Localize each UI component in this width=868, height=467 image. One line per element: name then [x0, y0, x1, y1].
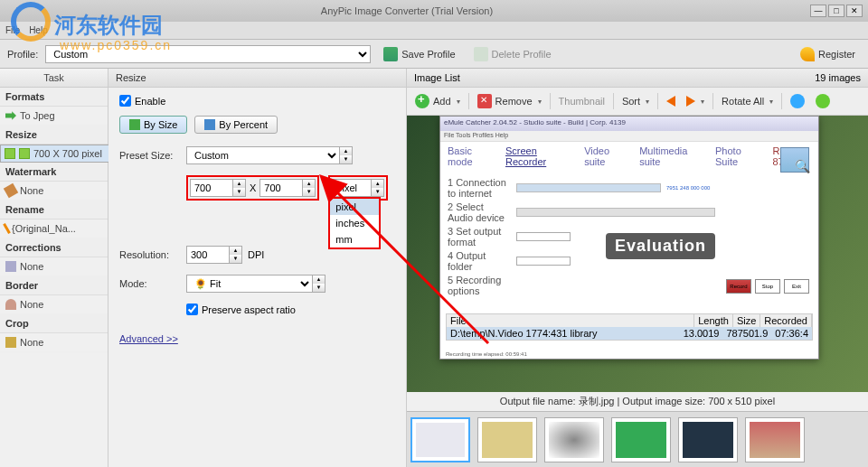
- sidebar-sec-watermark[interactable]: Watermark: [0, 163, 108, 182]
- search-icon: [780, 147, 809, 173]
- unit-highlight: ▲▼ pixel inches mm: [328, 175, 388, 201]
- preview-menu: File Tools Profiles Help: [440, 131, 818, 142]
- enable-checkbox[interactable]: [119, 95, 131, 107]
- resize-icon: [129, 119, 140, 130]
- sidebar-sec-formats[interactable]: Formats: [0, 88, 108, 107]
- preview-tabs: Basic mode Screen Recorder Video suite M…: [440, 142, 818, 171]
- sidebar-sec-resize[interactable]: Resize: [0, 126, 108, 145]
- enable-checkbox-row: Enable: [119, 95, 395, 107]
- add-button[interactable]: Add: [410, 91, 465, 111]
- grid-icon: [5, 261, 16, 272]
- resize-panel: Resize Enable By Size By Percent Preset …: [108, 69, 407, 467]
- preview-titlebar: eMule Catcher 2.04.52 - Studio suite - B…: [440, 117, 818, 131]
- minimize-button[interactable]: —: [810, 5, 826, 17]
- thumbnail-strip: [407, 411, 868, 467]
- disk-icon: [383, 47, 398, 61]
- menu-file[interactable]: File: [5, 25, 20, 35]
- resize-icon: [5, 148, 15, 159]
- unit-select[interactable]: [332, 179, 372, 197]
- sidebar-item-tojpeg[interactable]: To Jpeg: [0, 107, 108, 126]
- preview-area: eMule Catcher 2.04.52 - Studio suite - B…: [407, 116, 868, 392]
- sidebar-item-corrections[interactable]: None: [0, 257, 108, 276]
- pen-icon: [3, 223, 11, 234]
- sidebar-sec-border[interactable]: Border: [0, 276, 108, 295]
- app-title: AnyPic Image Converter (Trial Version): [5, 5, 808, 16]
- sidebar-sec-rename[interactable]: Rename: [0, 201, 108, 219]
- width-input[interactable]: [190, 179, 233, 197]
- mode-select[interactable]: 🌻 Fit: [186, 275, 313, 293]
- preserve-checkbox[interactable]: [186, 304, 198, 315]
- image-list-panel: Image List 19 images Add Remove Thumbnai…: [407, 69, 868, 467]
- sidebar-item-border[interactable]: None: [0, 295, 108, 314]
- unit-spinner[interactable]: ▲▼: [372, 179, 384, 197]
- prev-button[interactable]: [662, 93, 680, 109]
- redo-button[interactable]: [811, 91, 835, 111]
- preset-spinner[interactable]: ▲▼: [340, 146, 353, 164]
- thumb-1[interactable]: [410, 417, 470, 462]
- profile-label: Profile:: [7, 49, 38, 60]
- redo-icon: [816, 94, 830, 108]
- thumb-2[interactable]: [477, 417, 537, 462]
- register-button[interactable]: Register: [795, 45, 861, 63]
- by-size-button[interactable]: By Size: [119, 116, 187, 134]
- sidebar-sec-corrections[interactable]: Corrections: [0, 238, 108, 257]
- profile-bar: Profile: Custom Save Profile Delete Prof…: [0, 40, 868, 69]
- remove-button[interactable]: Remove: [473, 91, 546, 111]
- width-spinner[interactable]: ▲▼: [233, 179, 246, 197]
- preserve-label: Preserve aspect ratio: [202, 304, 296, 315]
- x-icon: [477, 94, 492, 108]
- close-button[interactable]: ✕: [846, 5, 863, 17]
- enable-label: Enable: [135, 96, 165, 107]
- menubar: File Help: [0, 22, 868, 40]
- save-profile-button[interactable]: Save Profile: [378, 45, 460, 63]
- height-input[interactable]: [259, 179, 303, 197]
- preset-label: Preset Size:: [119, 150, 181, 161]
- sidebar: Task Formats To Jpeg Resize 700 X 700 pi…: [0, 69, 108, 467]
- sidebar-sec-crop[interactable]: Crop: [0, 314, 108, 333]
- resolution-input[interactable]: [186, 246, 230, 264]
- brush-icon: [4, 183, 18, 198]
- x-label: X: [250, 182, 256, 193]
- arrow-icon: [5, 110, 16, 121]
- next-button[interactable]: [682, 93, 709, 109]
- profile-select[interactable]: Custom: [45, 45, 371, 63]
- titlebar: AnyPic Image Converter (Trial Version) —…: [0, 0, 868, 22]
- maximize-button[interactable]: □: [828, 5, 844, 17]
- resolution-spinner[interactable]: ▲▼: [230, 246, 242, 264]
- evaluation-badge: Evaluation: [606, 233, 715, 259]
- menu-help[interactable]: Help: [29, 25, 48, 35]
- preset-select[interactable]: Custom: [186, 146, 340, 164]
- thumbnail-button[interactable]: Thumbnail: [554, 93, 609, 109]
- preview-buttons: Record Stop Exit: [726, 279, 809, 294]
- sidebar-item-crop[interactable]: None: [0, 333, 108, 352]
- arrow-left-icon: [666, 96, 675, 107]
- imagelist-toolbar: Add Remove Thumbnail Sort Rotate All: [407, 88, 868, 116]
- mode-spinner[interactable]: ▲▼: [313, 275, 326, 293]
- border-icon: [5, 299, 16, 310]
- imagelist-head: Image List: [414, 72, 460, 83]
- unit-opt-pixel[interactable]: pixel: [330, 199, 379, 215]
- arrow-right-icon: [686, 96, 695, 107]
- rotate-button[interactable]: Rotate All: [717, 93, 778, 109]
- resize-head: Resize: [108, 69, 406, 88]
- undo-button[interactable]: [786, 91, 809, 111]
- advanced-link[interactable]: Advanced >>: [119, 333, 178, 344]
- sidebar-item-rename[interactable]: {Original_Na...: [0, 219, 108, 238]
- unit-opt-inches[interactable]: inches: [330, 215, 379, 231]
- thumb-3[interactable]: [544, 417, 604, 462]
- sidebar-item-watermark[interactable]: None: [0, 182, 108, 201]
- unit-dropdown: pixel inches mm: [328, 197, 381, 249]
- thumb-6[interactable]: [745, 417, 805, 462]
- delete-profile-button[interactable]: Delete Profile: [468, 45, 557, 63]
- unit-opt-mm[interactable]: mm: [330, 231, 379, 248]
- imagelist-count: 19 images: [815, 72, 861, 83]
- resolution-label: Resolution:: [119, 249, 181, 260]
- preview-list: FileLengthSizeRecorded D:\temp\N.Video 1…: [446, 313, 813, 341]
- thumb-4[interactable]: [611, 417, 671, 462]
- plus-icon: [415, 94, 429, 108]
- dpi-label: DPI: [248, 249, 264, 260]
- height-spinner[interactable]: ▲▼: [303, 179, 316, 197]
- sort-button[interactable]: Sort: [618, 93, 654, 109]
- thumb-5[interactable]: [678, 417, 738, 462]
- by-percent-button[interactable]: By Percent: [194, 116, 278, 134]
